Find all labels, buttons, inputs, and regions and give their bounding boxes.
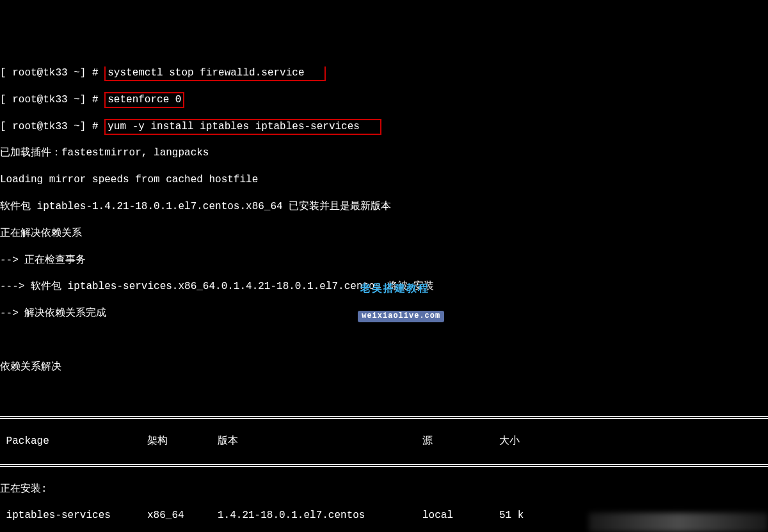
table-header-version: 版本 xyxy=(218,435,422,448)
prompt: [ root@tk33 ~] # xyxy=(0,67,104,79)
prompt: [ root@tk33 ~] # xyxy=(0,94,104,106)
table-cell-size: 51 k xyxy=(499,509,550,522)
table-header-arch: 架构 xyxy=(147,435,218,448)
table-cell-arch: x86_64 xyxy=(147,509,218,522)
prompt: [ root@tk33 ~] # xyxy=(0,121,104,132)
table-header-source: 源 xyxy=(422,435,499,448)
output-line: 正在安装: xyxy=(0,483,768,496)
command-text: systemctl stop firewalld.service xyxy=(108,67,304,79)
command-text: setenforce 0 xyxy=(108,94,181,106)
command-text: yum -y install iptables iptables-service… xyxy=(108,121,360,132)
command-highlight: systemctl stop firewalld.service xyxy=(104,66,326,81)
table-cell-version: 1.4.21-18.0.1.el7.centos xyxy=(218,509,422,522)
divider-double xyxy=(0,464,768,467)
watermark-text-bottom: weixiaolive.com xyxy=(358,311,444,322)
output-line: 软件包 iptables-1.4.21-18.0.1.el7.centos.x8… xyxy=(0,200,768,214)
table-header-row: Package架构版本源大小 xyxy=(0,435,768,448)
watermark: 老吴搭建教程 weixiaolive.com xyxy=(346,256,444,322)
table-header-size: 大小 xyxy=(499,435,550,448)
command-highlight: setenforce 0 xyxy=(104,92,184,108)
output-line: 依赖关系解决 xyxy=(0,361,768,374)
blurred-region xyxy=(589,513,768,532)
command-highlight: yum -y install iptables iptables-service… xyxy=(104,119,381,135)
divider-double xyxy=(0,416,768,419)
output-line: 正在解决依赖关系 xyxy=(0,227,768,240)
table-header-package: Package xyxy=(0,435,147,448)
watermark-text-top: 老吴搭建教程 xyxy=(346,283,444,296)
table-cell-package: iptables-services xyxy=(0,509,147,522)
output-line: Loading mirror speeds from cached hostfi… xyxy=(0,173,768,187)
output-line: 已加载插件：fastestmirror, langpacks xyxy=(0,146,768,160)
table-cell-source: local xyxy=(422,509,499,522)
